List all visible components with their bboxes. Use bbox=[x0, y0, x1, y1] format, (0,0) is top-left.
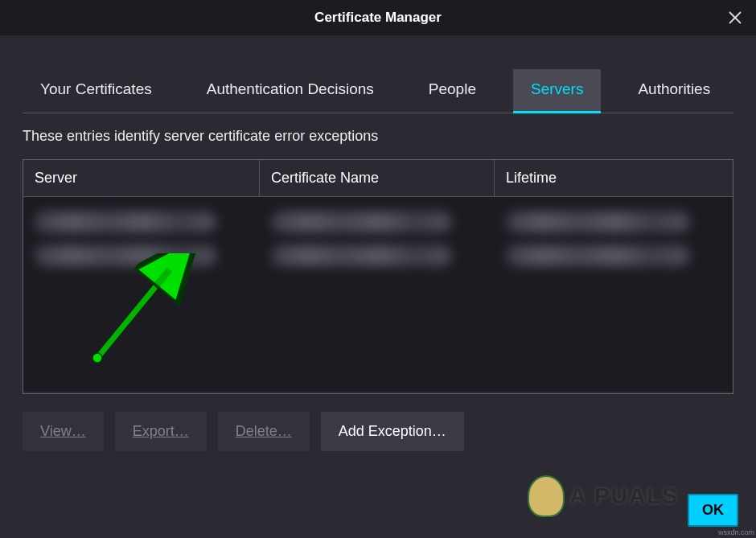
redacted-text bbox=[271, 245, 451, 266]
tabs-bar: Your Certificates Authentication Decisio… bbox=[23, 69, 733, 113]
window-title: Certificate Manager bbox=[314, 10, 442, 26]
svg-line-3 bbox=[97, 269, 170, 358]
add-exception-button[interactable]: Add Exception… bbox=[321, 412, 464, 451]
export-button-label: Export… bbox=[133, 423, 189, 439]
watermark: A PUALS bbox=[528, 475, 679, 517]
table-row[interactable] bbox=[23, 239, 733, 273]
mascot-icon bbox=[528, 475, 565, 517]
column-header-certificate[interactable]: Certificate Name bbox=[260, 160, 495, 197]
redacted-text bbox=[506, 245, 689, 266]
close-button[interactable] bbox=[719, 2, 751, 34]
cell-server bbox=[23, 245, 260, 266]
ok-button[interactable]: OK bbox=[688, 494, 738, 527]
table-body bbox=[23, 197, 733, 392]
redacted-text bbox=[271, 212, 451, 232]
redacted-text bbox=[35, 245, 216, 266]
tab-your-certificates[interactable]: Your Certificates bbox=[23, 69, 170, 113]
dialog-content: Your Certificates Authentication Decisio… bbox=[0, 69, 756, 451]
cell-certificate bbox=[260, 245, 495, 266]
tab-description: These entries identify server certificat… bbox=[23, 128, 733, 145]
delete-button-label: Delete… bbox=[236, 423, 292, 439]
delete-button[interactable]: Delete… bbox=[218, 412, 310, 451]
column-header-lifetime[interactable]: Lifetime bbox=[495, 160, 733, 197]
tab-authorities[interactable]: Authorities bbox=[620, 69, 728, 113]
cell-server bbox=[23, 212, 260, 232]
export-button[interactable]: Export… bbox=[115, 412, 207, 451]
title-bar: Certificate Manager bbox=[0, 0, 756, 35]
footer-credit: wsxdn.com bbox=[718, 528, 754, 536]
watermark-text: A PUALS bbox=[569, 483, 679, 509]
close-icon bbox=[728, 10, 742, 25]
exceptions-table: Server Certificate Name Lifetime bbox=[23, 159, 733, 394]
add-exception-button-label: Add Exception… bbox=[339, 423, 446, 439]
svg-point-5 bbox=[92, 353, 102, 363]
column-header-server[interactable]: Server bbox=[23, 160, 260, 197]
tab-servers[interactable]: Servers bbox=[513, 69, 601, 113]
tab-people[interactable]: People bbox=[411, 69, 494, 113]
table-row[interactable] bbox=[23, 205, 733, 239]
view-button[interactable]: View… bbox=[23, 412, 104, 451]
cell-lifetime bbox=[495, 245, 733, 266]
tab-authentication-decisions[interactable]: Authentication Decisions bbox=[189, 69, 392, 113]
table-header: Server Certificate Name Lifetime bbox=[23, 160, 733, 197]
cell-lifetime bbox=[495, 212, 733, 232]
view-button-label: View… bbox=[40, 423, 86, 439]
cell-certificate bbox=[260, 212, 495, 232]
action-buttons: View… Export… Delete… Add Exception… bbox=[23, 412, 733, 451]
redacted-text bbox=[506, 212, 689, 232]
redacted-text bbox=[35, 212, 216, 232]
svg-line-4 bbox=[97, 269, 170, 358]
